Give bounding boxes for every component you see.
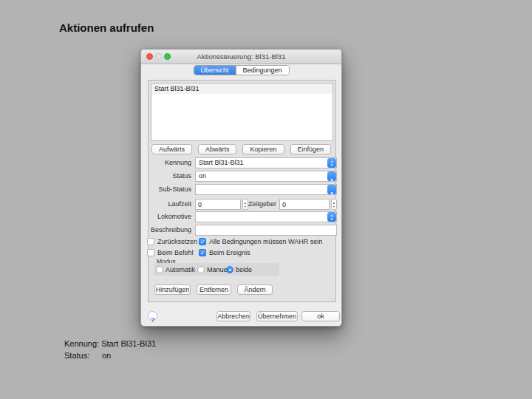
uebernehmen-button[interactable]: Übernehmen — [256, 311, 298, 321]
status-chevron-down-icon[interactable]: ▾ — [327, 171, 336, 181]
status-label: Status — [141, 171, 191, 182]
radio-icon[interactable] — [156, 266, 163, 273]
titlebar[interactable]: Aktionssteuerung: Bl31-Bl31 — [141, 50, 341, 64]
abwaerts-button[interactable]: Abwärts — [198, 144, 237, 154]
status-row: Status on ▾ — [141, 171, 341, 182]
list-item[interactable]: Start Bl31-Bl31 — [151, 83, 332, 94]
modus-radio-group: Automatik Manuell beide — [154, 263, 279, 276]
aufwaerts-button[interactable]: Aufwärts — [151, 144, 192, 154]
radio-icon[interactable] — [197, 266, 205, 273]
arrow-down-icon: ▾ — [245, 205, 246, 208]
footer-kennung-line: Kennung: Start Bl31-Bl31 — [64, 338, 156, 349]
modus-manuell-option[interactable]: Manuell — [197, 263, 231, 276]
kennung-stepper-icon[interactable]: ▴ ▾ — [327, 158, 336, 168]
check-icon: ✓ — [200, 239, 205, 246]
check-icon: ✓ — [200, 250, 205, 257]
kopieren-button[interactable]: Kopieren — [242, 144, 284, 154]
zeitgeber-stepper-icon[interactable]: ▴ ▾ — [331, 199, 337, 210]
kennung-row: Kennung Start Bl31-Bl31 ▴ ▾ — [141, 157, 341, 168]
lokomotive-row: Lokomotive ▴ ▾ — [141, 211, 341, 222]
beschreibung-label: Beschreibung — [141, 225, 191, 236]
laufzeit-zeitgeber-row: Laufzeit ▴ ▾ Zeitgeber ▴ ▾ — [141, 199, 341, 210]
beim-befehl-label: Beim Befehl — [157, 249, 194, 257]
laufzeit-input[interactable] — [195, 199, 241, 210]
kennung-combobox[interactable]: Start Bl31-Bl31 ▴ ▾ — [195, 157, 337, 168]
automatik-label: Automatik — [166, 266, 195, 273]
entfernen-button[interactable]: Entfernen — [197, 284, 231, 295]
status-value: on — [196, 171, 336, 181]
action-list[interactable]: Start Bl31-Bl31 — [151, 83, 333, 141]
beide-label: beide — [236, 266, 252, 273]
help-button[interactable]: ? — [148, 311, 157, 321]
help-icon: ? — [151, 316, 155, 324]
footer-status-line: Status:on — [64, 349, 156, 361]
aktionssteuerung-dialog: Aktionssteuerung: Bl31-Bl31 Übersicht Be… — [140, 49, 342, 327]
beim-ereignis-checkbox[interactable]: ✓ — [199, 249, 206, 256]
lokomotive-combobox[interactable]: ▴ ▾ — [195, 211, 337, 222]
checkbox-row-2: Beim Befehl ✓ Beim Ereignis — [141, 249, 341, 257]
zuruecksetzen-checkbox[interactable] — [147, 238, 154, 245]
kennung-label: Kennung — [141, 157, 191, 168]
arrow-down-icon: ▾ — [333, 205, 335, 208]
checkbox-row-1: Zurücksetzen ✓ Alle Bedingungen müssen W… — [141, 238, 341, 246]
list-button-row: Aufwärts Abwärts Kopieren Einfügen — [141, 144, 341, 154]
alle-bedingungen-label: Alle Bedingungen müssen WAHR sein — [209, 238, 322, 246]
slide-footer: Kennung: Start Bl31-Bl31 Status:on — [64, 338, 156, 361]
arrow-down-icon: ▾ — [331, 217, 333, 221]
modus-beide-option[interactable]: beide — [226, 263, 252, 276]
zeitgeber-input[interactable] — [279, 199, 330, 210]
kennung-value: Start Bl31-Bl31 — [196, 158, 336, 168]
minimize-window-icon[interactable] — [155, 53, 162, 60]
close-window-icon[interactable] — [146, 53, 153, 60]
lokomotive-stepper-icon[interactable]: ▴ ▾ — [327, 212, 336, 222]
hinzufuegen-button[interactable]: Hinzufügen — [154, 284, 191, 295]
window-title: Aktionssteuerung: Bl31-Bl31 — [141, 50, 341, 64]
modus-automatik-option[interactable]: Automatik — [156, 263, 195, 276]
ok-button[interactable]: ok — [301, 311, 340, 321]
beim-befehl-checkbox[interactable] — [147, 249, 154, 256]
substatus-chevron-down-icon[interactable]: ▾ — [327, 185, 336, 194]
arrow-down-icon: ▾ — [331, 163, 333, 167]
beim-ereignis-label: Beim Ereignis — [209, 249, 250, 257]
tab-bar: Übersicht Bedingungen — [193, 65, 289, 75]
alle-bedingungen-checkbox[interactable]: ✓ — [199, 238, 206, 245]
beschreibung-row: Beschreibung — [141, 225, 341, 236]
lokomotive-label: Lokomotive — [141, 211, 191, 222]
substatus-label: Sub-Status — [141, 184, 191, 195]
tab-uebersicht[interactable]: Übersicht — [194, 66, 235, 75]
footer-status-label: Status: — [64, 349, 102, 361]
beschreibung-input[interactable] — [195, 225, 337, 236]
status-popup[interactable]: on ▾ — [195, 171, 337, 182]
tab-bedingungen[interactable]: Bedingungen — [235, 66, 288, 75]
abbrechen-button[interactable]: Abbrechen — [216, 311, 250, 321]
slide-title: Aktionen aufrufen — [59, 21, 154, 34]
laufzeit-label: Laufzeit — [141, 199, 191, 210]
aendern-button[interactable]: Ändern — [237, 284, 273, 295]
radio-selected-icon[interactable] — [226, 266, 233, 273]
chevron-down-icon: ▾ — [330, 191, 333, 196]
substatus-row: Sub-Status ▾ — [141, 184, 341, 195]
zuruecksetzen-label: Zurücksetzen — [157, 238, 197, 246]
einfuegen-button[interactable]: Einfügen — [290, 144, 332, 154]
zoom-window-icon[interactable] — [164, 53, 171, 60]
zeitgeber-label: Zeitgeber — [248, 199, 276, 210]
substatus-popup[interactable]: ▾ — [195, 184, 337, 195]
laufzeit-stepper-icon[interactable]: ▴ ▾ — [242, 199, 248, 210]
footer-status-value: on — [102, 351, 111, 360]
chevron-down-icon: ▾ — [330, 177, 333, 183]
